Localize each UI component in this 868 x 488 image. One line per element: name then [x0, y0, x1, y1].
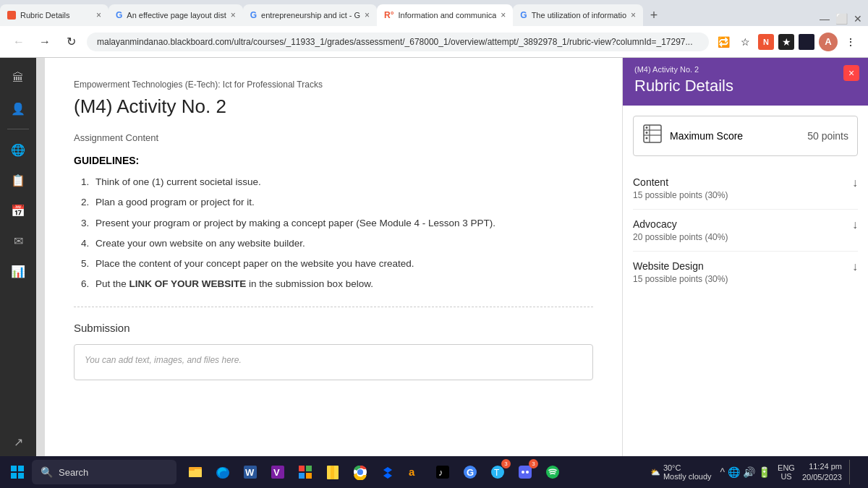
- tab-rubric-details[interactable]: Rubric Details ×: [0, 4, 109, 26]
- clock[interactable]: 11:24 pm 20/05/2023: [802, 461, 842, 484]
- bold-link-text: LINK OF YOUR WEBSITE: [129, 278, 247, 289]
- svg-text:V: V: [273, 467, 280, 478]
- maximize-button[interactable]: ⬜: [835, 13, 848, 25]
- extension-icon-dark[interactable]: ★: [778, 34, 794, 50]
- criteria-advocacy-name: Advocacy: [633, 218, 728, 230]
- menu-button[interactable]: ⋮: [842, 33, 859, 51]
- tab-entrepreneurship[interactable]: G entrepreneurship and ict - G ×: [243, 4, 377, 26]
- tab-close-rubric[interactable]: ×: [96, 10, 101, 20]
- taskbar-app-google[interactable]: G: [457, 459, 483, 485]
- sidebar-item-export[interactable]: ↗: [5, 429, 31, 455]
- svg-point-4: [646, 127, 648, 129]
- taskbar-app-discord[interactable]: 3: [512, 459, 538, 485]
- svg-marker-29: [383, 473, 392, 479]
- browser-chrome: Rubric Details × G An effective page lay…: [0, 0, 868, 58]
- back-button[interactable]: ←: [9, 32, 29, 52]
- tab-information[interactable]: R° Information and communica ×: [377, 4, 513, 26]
- svg-point-38: [522, 471, 524, 474]
- network-icon[interactable]: 🌐: [728, 466, 740, 478]
- extension-icon-red[interactable]: N: [758, 34, 774, 50]
- window-controls: — ⬜ ✕: [820, 13, 868, 26]
- url-bar[interactable]: [87, 33, 709, 51]
- sidebar-item-assignments[interactable]: 📋: [5, 167, 31, 193]
- browser-toolbar: 🔁 ☆ N ★ A ⋮: [715, 33, 859, 51]
- minimize-button[interactable]: —: [820, 13, 830, 25]
- svg-marker-28: [383, 467, 392, 473]
- criteria-advocacy-expand[interactable]: ↓: [852, 218, 858, 231]
- tab-bar: Rubric Details × G An effective page lay…: [0, 0, 868, 26]
- criteria-content-expand[interactable]: ↓: [852, 176, 858, 189]
- address-bar: ← → ↻ 🔁 ☆ N ★ A ⋮: [0, 26, 868, 58]
- svg-rect-24: [331, 466, 334, 479]
- clock-date: 20/05/2023: [802, 472, 842, 483]
- weather-widget: ⛅ 30°C Mostly cloudy: [650, 463, 712, 481]
- tab-close-entrepreneurship[interactable]: ×: [365, 10, 370, 20]
- taskbar-app-edge[interactable]: [210, 459, 236, 485]
- forward-button[interactable]: →: [35, 32, 55, 52]
- taskbar-app-files[interactable]: [182, 459, 208, 485]
- svg-rect-10: [18, 473, 24, 479]
- taskbar-app-chrome[interactable]: [347, 459, 373, 485]
- region-label: US: [780, 472, 791, 481]
- extension-icon-square[interactable]: [799, 34, 814, 50]
- taskbar-app-amazon[interactable]: a: [402, 459, 428, 485]
- new-tab-button[interactable]: +: [643, 4, 665, 26]
- tab-favicon-information: R°: [384, 10, 393, 20]
- taskbar-apps: W V a ♪ G T 3 3: [182, 459, 566, 485]
- assignment-title: (M4) Activity No. 2: [74, 95, 593, 118]
- svg-point-40: [546, 466, 559, 479]
- profile-icon[interactable]: A: [819, 33, 838, 51]
- system-tray: ^ 🌐 🔊 🔋: [720, 466, 771, 478]
- tab-layout[interactable]: G An effective page layout dist ×: [109, 4, 243, 26]
- criteria-content: Content 15 possible points (30%) ↓: [633, 168, 858, 210]
- sidebar-divider-1: [7, 129, 29, 129]
- section-label: Assignment Content: [74, 132, 593, 143]
- battery-icon[interactable]: 🔋: [758, 466, 770, 478]
- tab-close-information[interactable]: ×: [501, 10, 506, 20]
- tab-label-entrepreneurship: entrepreneurship and ict - G: [261, 11, 360, 20]
- taskbar-app-spotify[interactable]: [540, 459, 566, 485]
- criteria-advocacy: Advocacy 20 possible points (40%) ↓: [633, 210, 858, 252]
- svg-point-5: [646, 132, 648, 134]
- taskbar-app-app1[interactable]: T 3: [485, 459, 511, 485]
- svg-rect-8: [18, 466, 24, 471]
- language-region: ENG US: [778, 463, 795, 481]
- sidebar-item-home[interactable]: 🏛: [5, 65, 31, 91]
- tab-close-utilization[interactable]: ×: [631, 10, 636, 20]
- taskbar-search-bar[interactable]: 🔍 Search: [32, 460, 176, 484]
- submission-box[interactable]: You can add text, images, and files here…: [74, 344, 593, 380]
- search-icon: 🔍: [41, 466, 53, 478]
- share-icon[interactable]: 🔁: [715, 33, 732, 51]
- bookmark-icon[interactable]: ☆: [736, 33, 754, 51]
- sidebar-item-messages[interactable]: ✉: [5, 228, 31, 254]
- tab-utilization[interactable]: G The utilization of informatio ×: [513, 4, 643, 26]
- svg-text:G: G: [467, 467, 474, 478]
- criteria-website-design-name: Website Design: [633, 260, 728, 272]
- svg-point-6: [646, 137, 648, 140]
- submission-label: Submission: [74, 322, 593, 334]
- clock-time: 11:24 pm: [802, 461, 842, 472]
- svg-text:T: T: [494, 468, 500, 478]
- criteria-website-design-expand[interactable]: ↓: [852, 260, 858, 273]
- taskbar-app-dropbox[interactable]: [375, 459, 401, 485]
- rubric-header-subtitle: (M4) Activity No. 2: [634, 65, 856, 74]
- taskbar-app-word[interactable]: W: [237, 459, 263, 485]
- chevron-up-icon[interactable]: ^: [720, 466, 726, 478]
- close-button[interactable]: ✕: [854, 13, 862, 25]
- sidebar-item-calendar[interactable]: 📅: [5, 197, 31, 223]
- show-desktop-button[interactable]: [849, 460, 862, 484]
- volume-icon[interactable]: 🔊: [743, 466, 755, 478]
- taskbar-app-winamp[interactable]: V: [265, 459, 291, 485]
- sidebar-item-grades[interactable]: 📊: [5, 258, 31, 284]
- taskbar-app-tiktok[interactable]: ♪: [430, 459, 456, 485]
- taskbar-app-zip[interactable]: [320, 459, 346, 485]
- guideline-1: Think of one (1) current societal issue.: [81, 175, 593, 189]
- svg-text:a: a: [409, 466, 415, 478]
- weather-info: 30°C Mostly cloudy: [663, 463, 712, 481]
- start-button[interactable]: [6, 461, 29, 484]
- tab-close-layout[interactable]: ×: [231, 10, 236, 20]
- taskbar-app-store[interactable]: [292, 459, 318, 485]
- sidebar-item-profile[interactable]: 👤: [5, 95, 31, 121]
- sidebar-item-courses[interactable]: 🌐: [5, 137, 31, 163]
- refresh-button[interactable]: ↻: [61, 32, 81, 52]
